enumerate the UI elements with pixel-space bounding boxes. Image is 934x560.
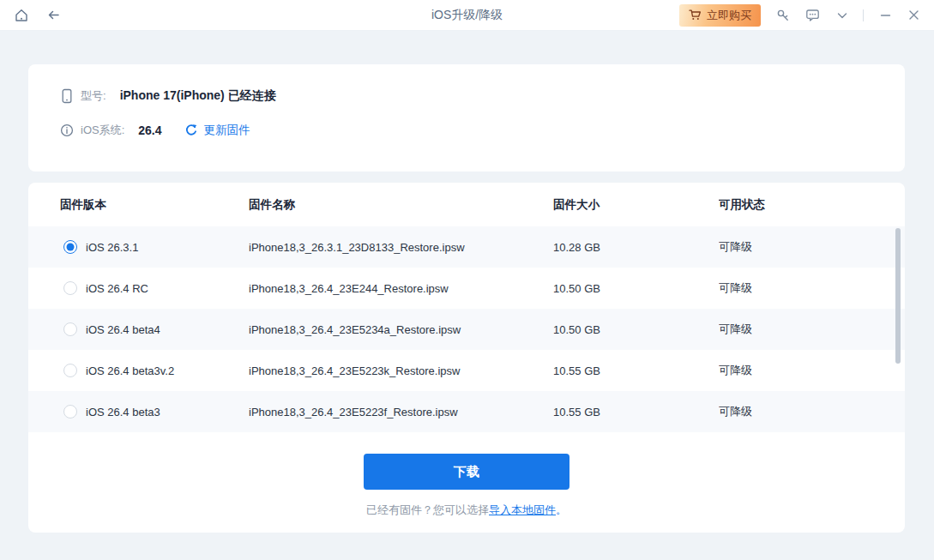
table-row[interactable]: iOS 26.4 RCiPhone18,3_26.4_23E244_Restor…	[28, 268, 905, 309]
firmware-size: 10.28 GB	[553, 241, 719, 254]
titlebar-actions: 立即购买	[679, 4, 920, 27]
model-value: iPhone 17(iPhone) 已经连接	[120, 88, 276, 104]
firmware-name: iPhone18,3_26.3.1_23D8133_Restore.ipsw	[249, 241, 553, 254]
chevron-down-icon[interactable]	[835, 9, 849, 22]
firmware-size: 10.50 GB	[553, 282, 719, 295]
hint-suffix: 。	[556, 503, 567, 516]
firmware-version: iOS 26.4 beta3	[86, 406, 160, 418]
table-row[interactable]: iOS 26.3.1iPhone18,3_26.3.1_23D8133_Rest…	[28, 226, 905, 268]
back-icon[interactable]	[46, 8, 61, 22]
download-button[interactable]: 下载	[364, 454, 569, 490]
table-row[interactable]: iOS 26.4 beta3iPhone18,3_26.4_23E5223f_R…	[28, 391, 905, 432]
minimize-icon[interactable]	[879, 9, 892, 21]
key-icon[interactable]	[776, 9, 790, 22]
buy-now-label: 立即购买	[707, 8, 751, 23]
scrollbar-thumb[interactable]	[895, 228, 901, 364]
firmware-radio[interactable]	[63, 405, 77, 418]
firmware-name: iPhone18,3_26.4_23E5223k_Restore.ipsw	[249, 364, 553, 377]
firmware-version: iOS 26.4 beta3v.2	[86, 364, 174, 377]
device-info-card: 型号: iPhone 17(iPhone) 已经连接 iOS系统: 26.4 更…	[28, 64, 905, 172]
firmware-status: 可降级	[719, 239, 873, 255]
refresh-icon[interactable]	[184, 123, 198, 137]
buy-now-button[interactable]: 立即购买	[679, 4, 761, 27]
firmware-name: iPhone18,3_26.4_23E244_Restore.ipsw	[249, 282, 553, 295]
header-firmware-name: 固件名称	[249, 197, 553, 213]
feedback-icon[interactable]	[805, 8, 820, 22]
firmware-status: 可降级	[719, 280, 873, 296]
firmware-version: iOS 26.4 beta4	[86, 323, 160, 336]
header-availability: 可用状态	[719, 197, 873, 213]
firmware-table-card: 固件版本 固件名称 固件大小 可用状态 iOS 26.3.1iPhone18,3…	[28, 183, 905, 533]
firmware-radio[interactable]	[63, 281, 77, 295]
ios-version: 26.4	[138, 123, 161, 137]
window-title: iOS升级/降级	[431, 8, 503, 23]
firmware-table-header: 固件版本 固件名称 固件大小 可用状态	[28, 183, 905, 226]
header-firmware-size: 固件大小	[553, 197, 719, 213]
info-icon	[60, 123, 74, 137]
firmware-version: iOS 26.3.1	[86, 241, 138, 254]
close-icon[interactable]	[907, 9, 920, 21]
titlebar: iOS升级/降级 立即购买	[0, 0, 934, 31]
firmware-radio[interactable]	[63, 322, 77, 336]
firmware-status: 可降级	[719, 404, 873, 419]
model-label: 型号:	[81, 88, 106, 104]
firmware-version: iOS 26.4 RC	[86, 282, 148, 295]
phone-icon	[60, 88, 74, 104]
table-row[interactable]: iOS 26.4 beta3v.2iPhone18,3_26.4_23E5223…	[28, 350, 905, 391]
update-firmware-link[interactable]: 更新固件	[204, 123, 250, 138]
firmware-radio[interactable]	[63, 240, 77, 254]
cart-icon	[689, 9, 702, 21]
ios-label: iOS系统:	[81, 123, 124, 138]
firmware-status: 可降级	[719, 322, 873, 337]
import-hint: 已经有固件？您可以选择导入本地固件。	[28, 503, 905, 518]
home-icon[interactable]	[14, 8, 29, 23]
titlebar-divider	[863, 9, 864, 21]
model-row: 型号: iPhone 17(iPhone) 已经连接	[60, 88, 873, 104]
header-firmware-version: 固件版本	[60, 197, 249, 213]
ios-system-row: iOS系统: 26.4 更新固件	[60, 123, 873, 138]
firmware-name: iPhone18,3_26.4_23E5234a_Restore.ipsw	[249, 323, 553, 336]
firmware-size: 10.50 GB	[553, 323, 719, 336]
firmware-status: 可降级	[719, 363, 873, 378]
firmware-radio[interactable]	[63, 364, 77, 377]
firmware-size: 10.55 GB	[553, 406, 719, 418]
table-row[interactable]: iOS 26.4 beta4iPhone18,3_26.4_23E5234a_R…	[28, 309, 905, 350]
firmware-size: 10.55 GB	[553, 364, 719, 377]
hint-text: 已经有固件？您可以选择	[366, 503, 489, 516]
firmware-table-body: iOS 26.3.1iPhone18,3_26.3.1_23D8133_Rest…	[28, 226, 905, 432]
app-window: iOS升级/降级 立即购买	[0, 0, 934, 560]
firmware-name: iPhone18,3_26.4_23E5223f_Restore.ipsw	[249, 406, 553, 418]
import-local-link[interactable]: 导入本地固件	[489, 503, 556, 516]
